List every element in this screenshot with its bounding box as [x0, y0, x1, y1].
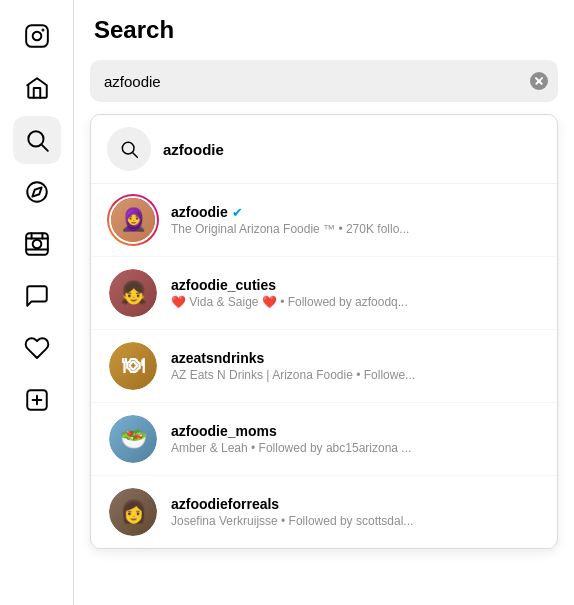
svg-line-17 [133, 153, 138, 158]
search-input[interactable] [90, 60, 558, 102]
sidebar-item-messages[interactable] [13, 272, 61, 320]
suggestion-search-icon-wrap [107, 127, 151, 171]
avatar-wrap: 🍽 [107, 340, 159, 392]
svg-line-4 [41, 145, 47, 151]
avatar-wrap: 🥗 [107, 413, 159, 465]
heart-icon [24, 335, 50, 361]
svg-rect-7 [26, 233, 48, 255]
clear-button[interactable] [530, 72, 548, 90]
sidebar-item-reels[interactable] [13, 220, 61, 268]
result-username: azfoodie_cuties [171, 277, 276, 293]
result-description: Josefina Verkruijsse • Followed by scott… [171, 514, 541, 528]
sidebar-item-notifications[interactable] [13, 324, 61, 372]
instagram-icon [24, 23, 50, 49]
avatar-inner: 👩 [107, 486, 159, 538]
result-username: azeatsndrinks [171, 350, 264, 366]
sidebar-item-home[interactable] [13, 64, 61, 112]
avatar: 🧕 [111, 198, 155, 242]
svg-marker-6 [32, 187, 41, 196]
messages-icon [24, 283, 50, 309]
svg-rect-0 [26, 25, 48, 47]
result-row[interactable]: 🧕 azfoodie ✔ The Original Arizona Foodie… [91, 184, 557, 257]
result-description: Amber & Leah • Followed by abc15arizona … [171, 441, 541, 455]
svg-point-8 [32, 240, 41, 249]
avatar: 👩 [109, 488, 157, 536]
result-info: azfoodie ✔ The Original Arizona Foodie ™… [171, 204, 541, 236]
result-info: azfoodie_moms Amber & Leah • Followed by… [171, 423, 541, 455]
sidebar-item-instagram[interactable] [13, 12, 61, 60]
search-suggestion-row[interactable]: azfoodie [91, 115, 557, 184]
sidebar-item-explore[interactable] [13, 168, 61, 216]
result-username: azfoodie [171, 204, 228, 220]
compass-icon [24, 179, 50, 205]
reels-icon [24, 231, 50, 257]
result-info: azfoodie_cuties ❤️ Vida & Saige ❤️ • Fol… [171, 277, 541, 309]
results-list: 🧕 azfoodie ✔ The Original Arizona Foodie… [91, 184, 557, 548]
result-name-row: azeatsndrinks [171, 350, 541, 366]
avatar-inner: 👧 [107, 267, 159, 319]
result-username: azfoodieforreals [171, 496, 279, 512]
sidebar [0, 0, 74, 605]
result-info: azfoodieforreals Josefina Verkruijsse • … [171, 496, 541, 528]
result-username: azfoodie_moms [171, 423, 277, 439]
search-dropdown: azfoodie 🧕 azfoodie ✔ The Original Arizo… [90, 114, 558, 549]
plus-square-icon [24, 387, 50, 413]
search-input-wrapper [90, 60, 558, 102]
result-name-row: azfoodieforreals [171, 496, 541, 512]
result-description: ❤️ Vida & Saige ❤️ • Followed by azfoodq… [171, 295, 541, 309]
avatar-inner: 🧕 [109, 196, 157, 244]
result-description: AZ Eats N Drinks | Arizona Foodie • Foll… [171, 368, 541, 382]
avatar: 🍽 [109, 342, 157, 390]
avatar: 👧 [109, 269, 157, 317]
result-name-row: azfoodie ✔ [171, 204, 541, 220]
main-content: Search azfoodie 🧕 [74, 0, 574, 605]
result-row[interactable]: 🍽 azeatsndrinks AZ Eats N Drinks | Arizo… [91, 330, 557, 403]
suggestion-search-icon [119, 139, 139, 159]
result-row[interactable]: 👩 azfoodieforreals Josefina Verkruijsse … [91, 476, 557, 548]
result-name-row: azfoodie_moms [171, 423, 541, 439]
result-description: The Original Arizona Foodie ™ • 270K fol… [171, 222, 541, 236]
avatar-inner: 🍽 [107, 340, 159, 392]
result-row[interactable]: 🥗 azfoodie_moms Amber & Leah • Followed … [91, 403, 557, 476]
search-icon [24, 127, 50, 153]
svg-point-2 [42, 30, 43, 31]
avatar: 🥗 [109, 415, 157, 463]
page-title: Search [90, 16, 558, 44]
avatar-wrap: 🧕 [107, 194, 159, 246]
home-icon [24, 75, 50, 101]
svg-point-1 [32, 32, 41, 41]
avatar-inner: 🥗 [107, 413, 159, 465]
result-name-row: azfoodie_cuties [171, 277, 541, 293]
sidebar-item-search[interactable] [13, 116, 61, 164]
avatar-wrap: 👩 [107, 486, 159, 538]
sidebar-item-create[interactable] [13, 376, 61, 424]
result-info: azeatsndrinks AZ Eats N Drinks | Arizona… [171, 350, 541, 382]
svg-point-5 [27, 182, 47, 202]
avatar-wrap: 👧 [107, 267, 159, 319]
suggestion-text: azfoodie [163, 141, 224, 158]
result-row[interactable]: 👧 azfoodie_cuties ❤️ Vida & Saige ❤️ • F… [91, 257, 557, 330]
verified-badge: ✔ [232, 205, 243, 220]
